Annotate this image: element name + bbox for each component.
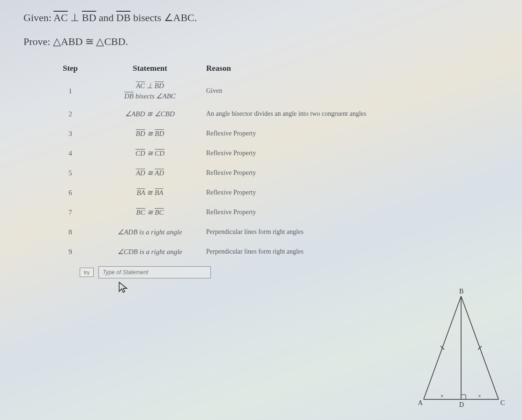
segment-db: DB <box>116 12 131 23</box>
header-reason: Reason <box>201 64 517 73</box>
table-row: 7 BC ≅ BC Reflexive Property <box>42 202 517 222</box>
given-line: Given: AC ⊥ BD and DB bisects ∠ABC. <box>23 9 517 26</box>
given-label: Given: <box>23 12 52 23</box>
reason-cell: Reflexive Property <box>201 130 517 137</box>
svg-line-5 <box>478 346 482 350</box>
table-row: 3 BD ≅ BD Reflexive Property <box>42 124 517 143</box>
reason-cell: An angle bisector divides an angle into … <box>201 110 517 118</box>
statement-cell: BC ≅ BC <box>98 208 201 217</box>
segment-ac: AC <box>53 12 68 23</box>
statement-cell: ∠ADB is a right angle <box>98 228 201 236</box>
step-number: 7 <box>42 209 98 217</box>
header-statement: Statement <box>98 64 201 73</box>
table-row: 5 AD ≅ AD Reflexive Property <box>42 163 517 183</box>
reason-cell: Reflexive Property <box>201 169 517 177</box>
step-number: 5 <box>42 169 98 177</box>
input-row: try <box>80 266 517 278</box>
step-number: 6 <box>42 189 98 197</box>
table-row: 4 CD ≅ CD Reflexive Property <box>42 143 517 163</box>
and-word: and <box>99 12 114 23</box>
statement-cell: ∠CDB is a right angle <box>98 248 201 256</box>
svg-line-4 <box>440 346 444 350</box>
step-number: 1 <box>42 87 98 95</box>
reason-cell: Reflexive Property <box>201 189 517 196</box>
reason-cell: Perpendicular lines form right angles <box>201 228 517 236</box>
step-number: 9 <box>42 248 98 256</box>
segment-bd: BD <box>82 12 97 23</box>
svg-text:×: × <box>478 393 481 399</box>
angle-abc: ∠ABC. <box>164 12 197 23</box>
vertex-a: A <box>418 399 423 406</box>
statement-cell: BA ≅ BA <box>98 188 201 197</box>
statement-line: DB bisects ∠ABC <box>124 92 176 100</box>
proof-table: Step Statement Reason 1 AC ⊥ BD DB bisec… <box>42 64 517 295</box>
step-number: 8 <box>42 228 98 236</box>
step-number: 3 <box>42 130 98 138</box>
triangle-cbd: △CBD. <box>96 36 128 47</box>
table-row: 9 ∠CDB is a right angle Perpendicular li… <box>42 242 517 262</box>
statement-type-input[interactable] <box>98 266 211 278</box>
try-button[interactable]: try <box>80 268 94 277</box>
table-row: 2 ∠ABD ≅ ∠CBD An angle bisector divides … <box>42 104 517 124</box>
statement-line: AC ⊥ BD <box>136 82 164 90</box>
congruent-symbol: ≅ <box>85 36 94 47</box>
statement-cell: AC ⊥ BD DB bisects ∠ABC <box>98 82 201 100</box>
prove-label: Prove: <box>23 36 50 47</box>
reason-cell: Reflexive Property <box>201 150 517 157</box>
vertex-b: B <box>459 288 463 295</box>
step-number: 2 <box>42 110 98 118</box>
table-header: Step Statement Reason <box>42 64 517 73</box>
svg-text:×: × <box>440 393 444 399</box>
triangle-abd: △ABD <box>53 36 82 47</box>
header-step: Step <box>42 64 98 73</box>
prove-line: Prove: △ABD ≅ △CBD. <box>23 33 517 50</box>
perp-symbol: ⊥ <box>70 12 79 23</box>
table-row: 8 ∠ADB is a right angle Perpendicular li… <box>42 222 517 242</box>
statement-cell: CD ≅ CD <box>98 149 201 158</box>
bisects-word: bisects <box>133 12 161 23</box>
reason-cell: Given <box>201 87 517 95</box>
statement-cell: BD ≅ BD <box>98 129 201 138</box>
table-row: 1 AC ⊥ BD DB bisects ∠ABC Given <box>42 78 517 104</box>
step-number: 4 <box>42 150 98 158</box>
table-row: 6 BA ≅ BA Reflexive Property <box>42 183 517 202</box>
vertex-c: C <box>500 399 505 406</box>
problem-statement: Given: AC ⊥ BD and DB bisects ∠ABC. Prov… <box>23 9 517 50</box>
vertex-d: D <box>459 401 464 408</box>
statement-cell: AD ≅ AD <box>98 169 201 177</box>
statement-cell: ∠ABD ≅ ∠CBD <box>98 110 201 118</box>
reason-cell: Perpendicular lines form right angles <box>201 248 517 255</box>
reason-cell: Reflexive Property <box>201 209 517 216</box>
triangle-diagram: × × A B C D <box>414 287 508 411</box>
